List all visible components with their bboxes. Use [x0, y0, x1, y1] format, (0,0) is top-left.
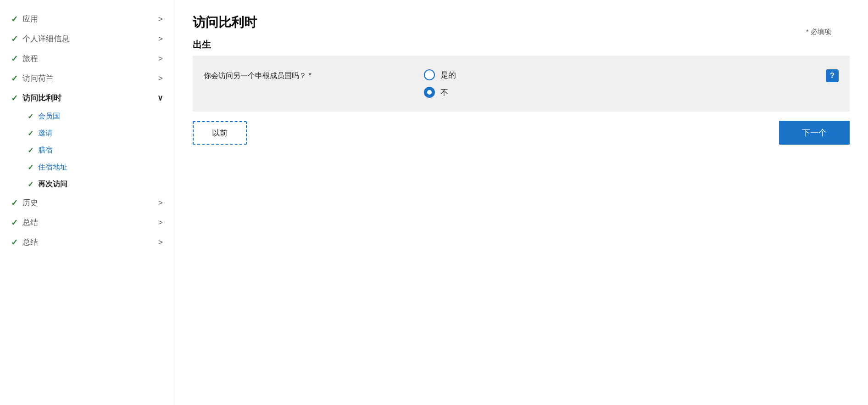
sidebar-item-visit-nl[interactable]: ✓ 访问荷兰 > [11, 68, 163, 88]
radio-option-yes[interactable]: 是的 [424, 69, 826, 80]
check-icon-visit-nl: ✓ [11, 73, 18, 84]
check-icon-lodging: ✓ [28, 146, 33, 155]
sidebar-subitem-invite[interactable]: ✓ 邀请 [28, 125, 163, 142]
main-content: 访问比利时 * 必填项 出生 你会访问另一个申根成员国吗？ * 是的 不 ? [174, 0, 868, 405]
sidebar-label-personal: 个人详细信息 [22, 34, 156, 44]
sidebar-item-apply[interactable]: ✓ 应用 > [11, 9, 163, 29]
sidebar-label-summary1: 总结 [22, 217, 156, 228]
sidebar-label-history: 历史 [22, 197, 156, 208]
sidebar-sublabel-lodging: 膳宿 [38, 146, 53, 155]
check-icon-summary1: ✓ [11, 218, 18, 228]
arrow-history: > [158, 198, 163, 208]
arrow-visit-be: ∨ [157, 93, 163, 103]
main-header: 访问比利时 * 必填项 [193, 14, 850, 31]
radio-option-no[interactable]: 不 [424, 87, 826, 98]
sidebar-subitem-lodging[interactable]: ✓ 膳宿 [28, 142, 163, 159]
check-icon-summary2: ✓ [11, 237, 18, 248]
sidebar-item-summary2[interactable]: ✓ 总结 > [11, 232, 163, 252]
arrow-apply: > [158, 15, 163, 24]
check-icon-visit-be: ✓ [11, 93, 18, 103]
sidebar-label-itinerary: 旅程 [22, 53, 156, 64]
sidebar-sublabel-address: 住宿地址 [38, 163, 67, 172]
arrow-summary1: > [158, 218, 163, 227]
check-icon-itinerary: ✓ [11, 54, 18, 64]
next-button[interactable]: 下一个 [779, 121, 850, 145]
sidebar-subitem-member-country[interactable]: ✓ 会员国 [28, 108, 163, 125]
sidebar-subitem-revisit[interactable]: ✓ 再次访问 [28, 176, 163, 193]
sidebar-subitem-address[interactable]: ✓ 住宿地址 [28, 159, 163, 176]
button-row: 以前 下一个 [193, 121, 850, 145]
check-icon-revisit: ✓ [28, 180, 33, 189]
arrow-summary2: > [158, 238, 163, 247]
radio-group: 是的 不 [424, 69, 826, 98]
sidebar-sublabel-revisit: 再次访问 [38, 180, 67, 189]
radio-circle-yes[interactable] [424, 69, 435, 80]
question-text: 你会访问另一个申根成员国吗？ * [204, 69, 415, 81]
arrow-itinerary: > [158, 54, 163, 63]
check-icon-invite: ✓ [28, 129, 33, 138]
prev-button[interactable]: 以前 [193, 121, 247, 145]
arrow-personal: > [158, 34, 163, 44]
sidebar-item-summary1[interactable]: ✓ 总结 > [11, 213, 163, 232]
section-title: 出生 [193, 39, 211, 50]
sidebar-sublabel-member-country: 会员国 [38, 112, 60, 121]
sidebar-item-personal[interactable]: ✓ 个人详细信息 > [11, 29, 163, 49]
sidebar-label-visit-be: 访问比利时 [22, 93, 155, 103]
sidebar-label-summary2: 总结 [22, 237, 156, 248]
sidebar-subitems-visit-be: ✓ 会员国 ✓ 邀请 ✓ 膳宿 ✓ 住宿地址 ✓ 再次访问 [11, 108, 163, 193]
sidebar-item-itinerary[interactable]: ✓ 旅程 > [11, 49, 163, 68]
radio-label-no: 不 [440, 87, 448, 98]
sidebar-sublabel-invite: 邀请 [38, 129, 53, 138]
required-note: * 必填项 [806, 28, 831, 36]
help-button[interactable]: ? [826, 69, 839, 82]
sidebar-item-visit-be[interactable]: ✓ 访问比利时 ∨ [11, 88, 163, 108]
question-row: 你会访问另一个申根成员国吗？ * 是的 不 ? [204, 65, 839, 102]
sidebar-label-apply: 应用 [22, 14, 156, 24]
radio-label-yes: 是的 [440, 70, 456, 80]
check-icon-history: ✓ [11, 198, 18, 208]
arrow-visit-nl: > [158, 74, 163, 83]
sidebar-item-history[interactable]: ✓ 历史 > [11, 193, 163, 213]
sidebar-label-visit-nl: 访问荷兰 [22, 73, 156, 84]
check-icon-address: ✓ [28, 163, 33, 172]
check-icon-apply: ✓ [11, 14, 18, 24]
check-icon-member-country: ✓ [28, 112, 33, 121]
radio-circle-no[interactable] [424, 87, 435, 98]
sidebar: ✓ 应用 > ✓ 个人详细信息 > ✓ 旅程 > ✓ 访问荷兰 > ✓ 访问比利… [0, 0, 174, 405]
page-title: 访问比利时 [193, 14, 850, 31]
form-section: 你会访问另一个申根成员国吗？ * 是的 不 ? [193, 56, 850, 112]
check-icon-personal: ✓ [11, 34, 18, 44]
